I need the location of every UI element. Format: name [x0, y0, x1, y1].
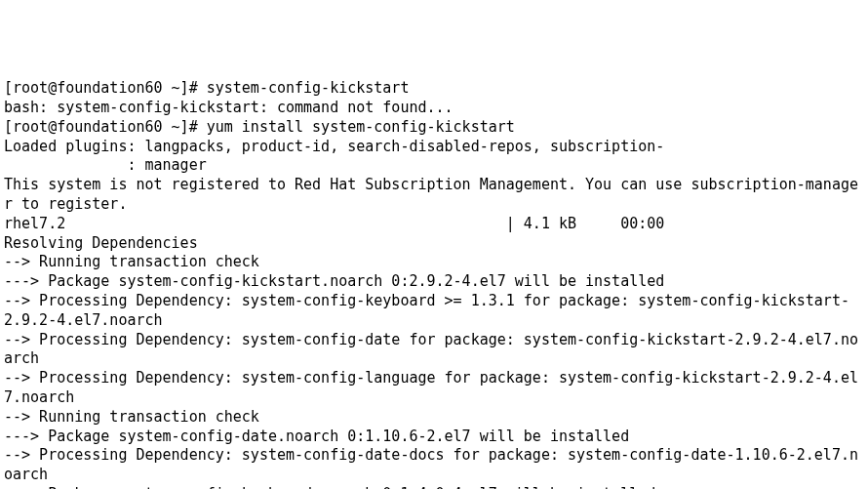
terminal-line: [root@foundation60 ~]# yum install syste… — [4, 118, 864, 138]
terminal-line: ---> Package system-config-keyboard.noar… — [4, 485, 864, 489]
terminal-line: --> Running transaction check — [4, 253, 864, 272]
terminal-output[interactable]: [root@foundation60 ~]# system-config-kic… — [4, 79, 864, 489]
terminal-line: --> Processing Dependency: system-config… — [4, 369, 864, 408]
terminal-line: --> Processing Dependency: system-config… — [4, 292, 864, 331]
terminal-line: Loaded plugins: langpacks, product-id, s… — [4, 138, 864, 157]
terminal-line: --> Processing Dependency: system-config… — [4, 446, 864, 485]
terminal-line: [root@foundation60 ~]# system-config-kic… — [4, 79, 864, 99]
terminal-line: ---> Package system-config-kickstart.noa… — [4, 272, 864, 292]
terminal-line: ---> Package system-config-date.noarch 0… — [4, 428, 864, 447]
terminal-line: --> Running transaction check — [4, 408, 864, 428]
terminal-line: : manager — [4, 156, 864, 176]
terminal-line: --> Processing Dependency: system-config… — [4, 331, 864, 370]
terminal-line: This system is not registered to Red Hat… — [4, 176, 864, 215]
terminal-line: bash: system-config-kickstart: command n… — [4, 99, 864, 118]
terminal-line: rhel7.2 | 4.1 kB 00:00 — [4, 215, 864, 234]
terminal-line: Resolving Dependencies — [4, 234, 864, 254]
